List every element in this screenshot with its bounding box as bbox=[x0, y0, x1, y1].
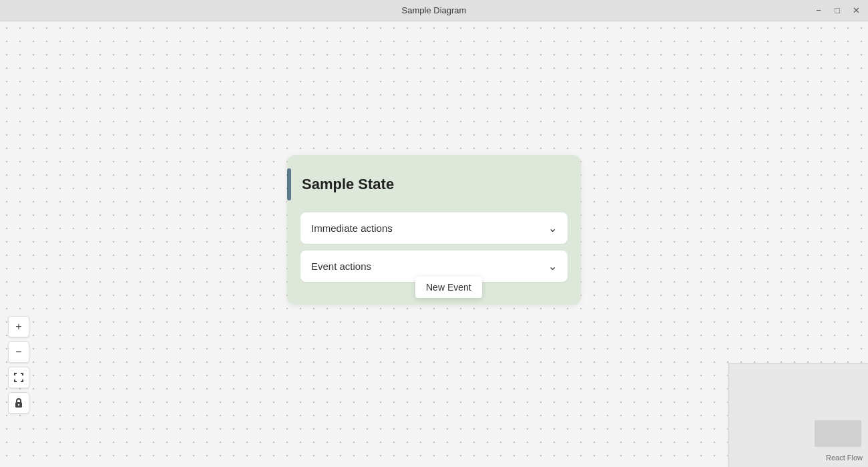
window-title: Sample Diagram bbox=[402, 5, 467, 15]
left-toolbar: + − bbox=[8, 316, 29, 414]
lock-button[interactable] bbox=[8, 392, 29, 414]
state-accent-bar bbox=[287, 168, 291, 200]
mini-map: React Flow bbox=[728, 363, 868, 467]
react-flow-label: React Flow bbox=[826, 454, 863, 462]
zoom-in-button[interactable]: + bbox=[8, 316, 29, 337]
fit-screen-button[interactable] bbox=[8, 367, 29, 388]
event-actions-label: Event actions bbox=[311, 261, 371, 272]
svg-point-1 bbox=[18, 404, 19, 406]
immediate-actions-row[interactable]: Immediate actions ⌄ bbox=[300, 212, 568, 244]
title-bar: Sample Diagram − □ ✕ bbox=[0, 0, 868, 21]
event-actions-chevron: ⌄ bbox=[548, 260, 557, 273]
immediate-actions-label: Immediate actions bbox=[311, 222, 393, 234]
zoom-out-button[interactable]: − bbox=[8, 341, 29, 363]
close-button[interactable]: ✕ bbox=[849, 4, 863, 17]
canvas-area[interactable]: + − Sample State Immediate actions ⌄ Eve… bbox=[0, 21, 868, 467]
window-controls: − □ ✕ bbox=[812, 4, 863, 17]
state-title: Sample State bbox=[302, 176, 394, 193]
immediate-actions-chevron: ⌄ bbox=[548, 222, 557, 235]
new-event-tooltip: New Event bbox=[415, 277, 482, 298]
minimize-button[interactable]: − bbox=[812, 4, 825, 17]
state-header: Sample State bbox=[287, 168, 568, 200]
mini-map-viewport bbox=[815, 420, 861, 447]
new-event-label: New Event bbox=[426, 282, 471, 293]
maximize-button[interactable]: □ bbox=[831, 4, 844, 17]
